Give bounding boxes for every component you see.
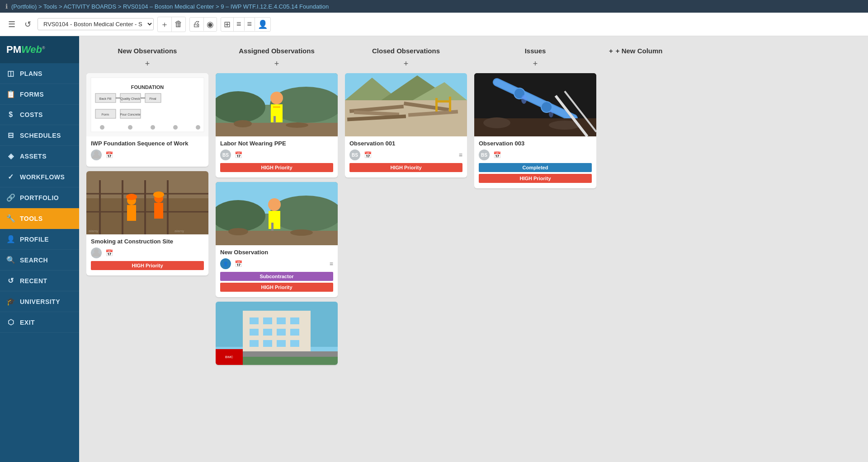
sidebar-item-profile[interactable]: 👤 PROFILE bbox=[0, 229, 79, 250]
card-title: Observation 001 bbox=[349, 140, 462, 147]
delete-button[interactable]: 🗑 bbox=[172, 18, 185, 31]
column-header-closed: Closed Observations bbox=[345, 43, 467, 58]
back-button[interactable]: ↺ bbox=[22, 18, 34, 31]
card-meta: BS 📅 ≡ bbox=[349, 149, 462, 160]
filter1-button[interactable]: ⊞ bbox=[221, 18, 234, 31]
add-card-issues[interactable]: + bbox=[530, 58, 541, 70]
card-smoking-construction[interactable]: alamy alamy Smoking at Construction Site… bbox=[86, 171, 208, 275]
filter3-button[interactable]: ≡ bbox=[245, 18, 255, 31]
add-button[interactable]: ＋ bbox=[158, 17, 172, 32]
add-card-assigned[interactable]: + bbox=[272, 58, 282, 70]
card-body: IWP Foundation Sequence of Work 📅 bbox=[86, 136, 208, 167]
svg-text:FOUNDATION: FOUNDATION bbox=[131, 84, 164, 90]
svg-text:BMC: BMC bbox=[225, 355, 233, 359]
menu-button[interactable]: ☰ bbox=[5, 18, 18, 31]
svg-rect-47 bbox=[216, 123, 338, 136]
column-title: Assigned Observations bbox=[217, 47, 336, 55]
cards-closed: Observation 001 BS 📅 ≡ HIGH Priority bbox=[345, 73, 467, 455]
plus-icon: + bbox=[609, 47, 613, 55]
add-card-closed[interactable]: + bbox=[401, 58, 411, 70]
add-group: ＋ 🗑 bbox=[157, 17, 186, 32]
user-filter-button[interactable]: 👤 bbox=[255, 18, 270, 31]
svg-point-17 bbox=[151, 125, 155, 130]
sidebar-item-label: EXIT bbox=[20, 319, 35, 326]
card-new-observation[interactable]: New Observation 👤 📅 ≡ Subcontractor HIGH… bbox=[216, 182, 338, 297]
list-icon: ≡ bbox=[330, 260, 333, 267]
card-body: New Observation 👤 📅 ≡ Subcontractor HIGH… bbox=[216, 245, 338, 297]
svg-text:Final: Final bbox=[149, 97, 156, 100]
main-layout: PMWeb® ◫ PLANS 📋 FORMS $ COSTS ⊟ SCHEDUL… bbox=[0, 36, 868, 462]
column-header-assigned: Assigned Observations bbox=[216, 43, 338, 58]
card-title: IWP Foundation Sequence of Work bbox=[91, 140, 204, 147]
content-area: New Observations + FOUNDATION bbox=[79, 36, 868, 462]
card-observation-001[interactable]: Observation 001 BS 📅 ≡ HIGH Priority bbox=[345, 73, 467, 177]
svg-rect-91 bbox=[435, 98, 438, 112]
svg-rect-93 bbox=[435, 100, 451, 103]
card-meta: BS 📅 bbox=[220, 149, 333, 160]
sidebar-item-label: ASSETS bbox=[20, 153, 47, 160]
svg-point-48 bbox=[234, 120, 252, 127]
new-column-label: + New Column bbox=[616, 47, 663, 55]
svg-rect-68 bbox=[250, 329, 259, 336]
svg-point-54 bbox=[268, 198, 281, 211]
card-title: Observation 003 bbox=[479, 140, 592, 147]
project-select[interactable]: RVS0104 - Boston Medical Center - S bbox=[38, 18, 154, 30]
sidebar-item-university[interactable]: 🎓 UNIVERSITY bbox=[0, 291, 79, 312]
card-meta: 📅 bbox=[91, 149, 204, 160]
svg-point-59 bbox=[228, 228, 248, 235]
avatar bbox=[91, 247, 102, 258]
card-body: Observation 001 BS 📅 ≡ HIGH Priority bbox=[345, 136, 467, 177]
breadcrumb: (Portfolio) > Tools > ACTIVITY BOARDS > … bbox=[11, 3, 329, 10]
top-bar: ℹ (Portfolio) > Tools > ACTIVITY BOARDS … bbox=[0, 0, 868, 13]
sidebar-item-recent[interactable]: ↺ RECENT bbox=[0, 271, 79, 291]
svg-point-34 bbox=[153, 191, 164, 198]
card-title: Labor Not Wearing PPE bbox=[220, 140, 333, 147]
sidebar-item-exit[interactable]: ⬡ EXIT bbox=[0, 312, 79, 333]
svg-point-16 bbox=[128, 125, 132, 130]
card-meta: 📅 bbox=[91, 247, 204, 258]
column-assigned-observations: Assigned Observations + bbox=[216, 43, 338, 455]
exit-icon: ⬡ bbox=[6, 318, 15, 327]
card-meta: BS 📅 bbox=[479, 149, 592, 160]
print-button[interactable]: 🖨 bbox=[190, 18, 204, 31]
svg-point-18 bbox=[173, 125, 178, 130]
card-iwp-foundation[interactable]: FOUNDATION Back Fill Quality Check Final bbox=[86, 73, 208, 167]
sidebar-item-costs[interactable]: $ COSTS bbox=[0, 105, 79, 125]
sidebar-item-tools[interactable]: 🔧 TOOLS bbox=[0, 208, 79, 229]
new-column-button[interactable]: + + New Column bbox=[604, 43, 668, 58]
avatar-bs: BS bbox=[220, 149, 231, 160]
svg-text:Quality Check: Quality Check bbox=[120, 97, 140, 101]
svg-point-19 bbox=[196, 125, 200, 130]
column-new-observations: New Observations + FOUNDATION bbox=[86, 43, 208, 455]
badge-completed: Completed bbox=[479, 163, 592, 172]
breadcrumb-portfolio[interactable]: (Portfolio) > Tools > ACTIVITY BOARDS > … bbox=[11, 3, 329, 10]
sidebar-item-portfolio[interactable]: 🔗 PORTFOLIO bbox=[0, 187, 79, 208]
profile-icon: 👤 bbox=[6, 235, 15, 243]
filter2-button[interactable]: ≡ bbox=[234, 18, 245, 31]
info-icon[interactable]: ℹ bbox=[5, 3, 8, 10]
sidebar-item-search[interactable]: 🔍 SEARCH bbox=[0, 250, 79, 271]
avatar-photo: 👤 bbox=[220, 258, 231, 269]
column-header-new-observations: New Observations bbox=[86, 43, 208, 58]
svg-rect-74 bbox=[277, 340, 286, 347]
sidebar-item-forms[interactable]: 📋 FORMS bbox=[0, 84, 79, 105]
card-observation-003[interactable]: Observation 003 BS 📅 Completed HIGH Prio… bbox=[474, 73, 596, 188]
sidebar-item-schedules[interactable]: ⊟ SCHEDULES bbox=[0, 125, 79, 146]
svg-point-42 bbox=[270, 92, 283, 104]
view-toggle-button[interactable]: ◉ bbox=[204, 18, 217, 31]
svg-rect-32 bbox=[154, 203, 163, 219]
sidebar-item-assets[interactable]: ◈ ASSETS bbox=[0, 146, 79, 167]
svg-rect-65 bbox=[263, 317, 272, 324]
svg-point-103 bbox=[483, 117, 510, 128]
card-labor-ppe[interactable]: Labor Not Wearing PPE BS 📅 HIGH Priority bbox=[216, 73, 338, 177]
add-card-new-observations[interactable]: + bbox=[142, 58, 153, 70]
sidebar-item-workflows[interactable]: ✓ WORKFLOWS bbox=[0, 167, 79, 187]
svg-rect-55 bbox=[269, 211, 280, 229]
card-body: Smoking at Construction Site 📅 HIGH Prio… bbox=[86, 234, 208, 275]
sidebar-item-label: PORTFOLIO bbox=[20, 194, 59, 201]
sidebar-item-plans[interactable]: ◫ PLANS bbox=[0, 63, 79, 84]
avatar bbox=[91, 149, 102, 160]
card-building[interactable]: BMC bbox=[216, 302, 338, 365]
toolbar: ☰ ↺ RVS0104 - Boston Medical Center - S … bbox=[0, 13, 868, 36]
schedules-icon: ⊟ bbox=[6, 131, 15, 140]
